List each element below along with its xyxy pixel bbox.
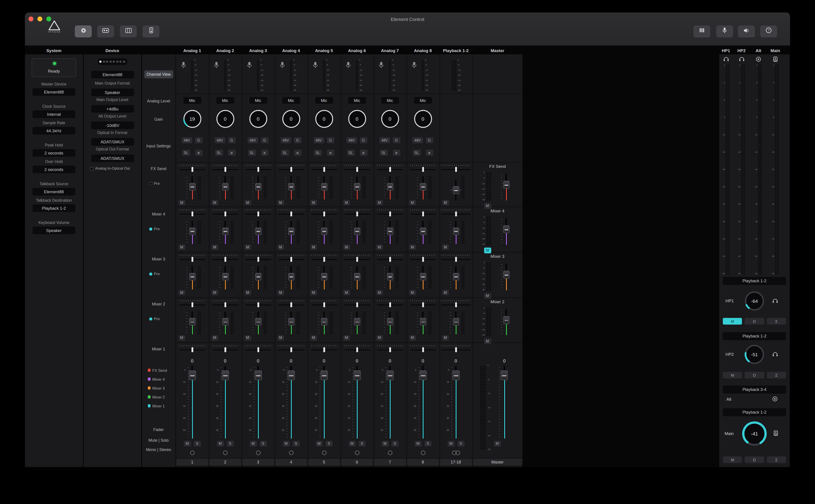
pan-handle[interactable] — [191, 167, 193, 172]
send-fader-handle[interactable] — [321, 273, 327, 280]
pan-handle[interactable] — [422, 167, 424, 172]
mixer2-pre-toggle[interactable]: Pre — [149, 317, 160, 321]
polarity-button[interactable]: ø — [195, 150, 202, 156]
gain-knob[interactable]: 19 — [182, 109, 202, 129]
send-mute-button[interactable]: M — [310, 335, 317, 340]
phantom-power-button[interactable]: 48V — [412, 137, 423, 143]
soft-limit-button[interactable]: SL — [314, 150, 322, 156]
group-button[interactable]: G — [195, 137, 202, 143]
send-mute-button[interactable]: M — [376, 200, 383, 205]
pan-handle[interactable] — [257, 167, 259, 172]
gain-knob[interactable]: 0 — [314, 109, 334, 129]
main-output-level-value[interactable]: +4dBu — [91, 105, 134, 113]
send-fader-handle[interactable] — [189, 228, 195, 235]
send-mute-button[interactable]: M — [178, 290, 185, 295]
send-fader-handle[interactable] — [288, 273, 294, 280]
send-fader-handle[interactable] — [255, 273, 261, 280]
send-mute-button[interactable]: M — [376, 290, 383, 295]
mixer4-pre-toggle[interactable]: Pre — [149, 227, 160, 231]
send-mute-button[interactable]: M — [277, 290, 284, 295]
pan-handle[interactable] — [455, 167, 457, 172]
pan-handle[interactable] — [191, 347, 193, 352]
send-mute-button[interactable]: M — [409, 244, 416, 250]
polarity-button[interactable]: ø — [426, 150, 433, 156]
send-fader-handle[interactable] — [354, 318, 360, 326]
mute-button[interactable]: M — [316, 441, 323, 447]
send-mute-button[interactable]: M — [178, 335, 185, 340]
solo-button[interactable]: S — [325, 441, 332, 447]
send-mute-button[interactable]: M — [310, 244, 317, 250]
pan-handle[interactable] — [224, 257, 226, 262]
pan-handle[interactable] — [323, 347, 325, 352]
pan-handle[interactable] — [422, 211, 424, 216]
send-fader-handle[interactable] — [453, 318, 459, 326]
fader-handle[interactable] — [287, 370, 295, 380]
send-fader-handle[interactable] — [453, 228, 459, 235]
hp2-volume-knob[interactable]: -51 — [744, 344, 765, 365]
pan-handle[interactable] — [455, 257, 457, 262]
optical-out-format-value[interactable]: ADAT/SMUX — [91, 154, 134, 162]
mute-button[interactable]: M — [217, 441, 224, 447]
send-fader-handle[interactable] — [255, 228, 261, 235]
input-type-button[interactable]: Mic — [414, 97, 432, 104]
solo-button[interactable]: S — [292, 441, 300, 447]
soft-limit-button[interactable]: SL — [413, 150, 421, 156]
master-send-fader-handle[interactable] — [503, 225, 509, 233]
pan-handle[interactable] — [224, 211, 226, 216]
solo-button[interactable]: S — [194, 441, 201, 447]
phantom-power-button[interactable]: 48V — [379, 137, 390, 143]
fader-handle[interactable] — [320, 370, 328, 380]
pan-handle[interactable] — [356, 167, 358, 172]
soft-limit-button[interactable]: SL — [281, 150, 289, 156]
pan-handle[interactable] — [389, 167, 391, 172]
send-mute-button[interactable]: M — [310, 200, 317, 205]
send-fader-handle[interactable] — [387, 273, 393, 280]
mute-button[interactable]: M — [184, 441, 191, 447]
send-mute-button[interactable]: M — [343, 335, 350, 340]
pre-dot-icon[interactable] — [149, 272, 152, 275]
sample-rate-value[interactable]: 44.1kHz — [33, 127, 75, 134]
master-send-mute-button[interactable]: M — [484, 293, 491, 299]
pan-handle[interactable] — [257, 211, 259, 216]
phantom-power-button[interactable]: 48V — [280, 137, 291, 143]
input-type-button[interactable]: Mic — [249, 97, 267, 104]
master-send-mute-button[interactable]: M — [484, 248, 491, 253]
send-fader-handle[interactable] — [321, 228, 327, 235]
solo-button[interactable]: S — [391, 441, 398, 447]
fader-handle[interactable] — [452, 370, 459, 380]
send-mute-button[interactable]: M — [376, 244, 383, 250]
fader-handle[interactable] — [353, 370, 361, 380]
fader-handle[interactable] — [386, 370, 393, 380]
pan-handle[interactable] — [191, 302, 193, 307]
send-fader-handle[interactable] — [321, 183, 327, 191]
master-device-value[interactable]: Element88 — [33, 88, 75, 96]
mono-icon[interactable] — [355, 451, 359, 455]
hp2-source-select[interactable]: Playback 1-2 — [723, 332, 786, 340]
send-mute-button[interactable]: M — [409, 335, 416, 340]
pan-handle[interactable] — [455, 211, 457, 216]
solo-button[interactable]: S — [259, 441, 267, 447]
send-mute-button[interactable]: M — [211, 200, 218, 205]
mono-icon[interactable] — [388, 451, 392, 455]
send-mute-button[interactable]: M — [376, 335, 383, 340]
send-fader-handle[interactable] — [222, 318, 228, 326]
send-mute-button[interactable]: M — [244, 290, 251, 295]
send-fader-handle[interactable] — [354, 183, 360, 191]
polarity-button[interactable]: ø — [360, 150, 367, 156]
analog-in-optical-out-checkbox[interactable] — [90, 167, 93, 170]
send-fader-handle[interactable] — [354, 228, 360, 235]
send-fader-handle[interactable] — [222, 183, 228, 191]
pre-checkbox-icon[interactable] — [149, 182, 152, 185]
pan-handle[interactable] — [290, 257, 292, 262]
main-output-format-value[interactable]: Speaker — [91, 89, 134, 96]
input-type-button[interactable]: Mic — [381, 97, 399, 104]
phantom-power-button[interactable]: 48V — [247, 137, 258, 143]
input-type-button[interactable]: Mic — [348, 97, 366, 104]
pan-handle[interactable] — [389, 347, 391, 352]
send-fader-handle[interactable] — [222, 228, 228, 235]
hp1-volume-knob[interactable]: -64 — [744, 290, 765, 312]
polarity-button[interactable]: ø — [294, 150, 301, 156]
send-fader-handle[interactable] — [255, 318, 261, 326]
gain-knob[interactable]: 0 — [215, 109, 235, 129]
mono-icon[interactable] — [421, 451, 425, 455]
